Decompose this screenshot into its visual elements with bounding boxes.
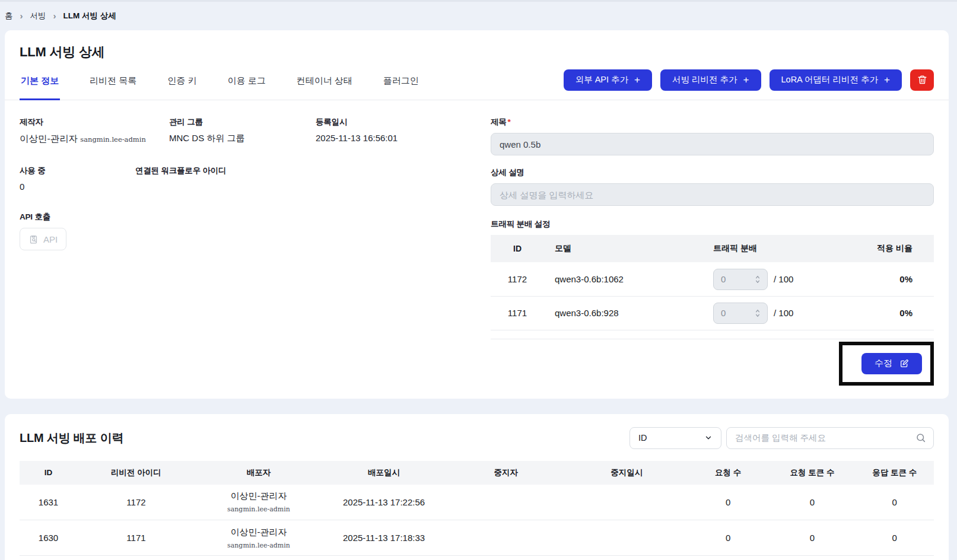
search-field-select[interactable]: ID [629, 427, 721, 449]
chevron-right-icon: › [53, 11, 56, 20]
tab-plugin[interactable]: 플러그인 [382, 65, 420, 100]
edit-button[interactable]: 수정 [861, 353, 922, 374]
deployment-history-title: LLM 서빙 배포 이력 [20, 430, 123, 446]
linked-workflow-label: 연결된 워크플로우 아이디 [135, 166, 226, 176]
traffic-value-field[interactable] [721, 308, 742, 318]
add-lora-adapter-revision-button[interactable]: LoRA 어댑터 리비전 추가 + [770, 69, 902, 91]
history-deployed-at: 2025-11-13 17:18:33 [322, 520, 446, 556]
traffic-row: 1171 qwen3-0.6b:928 / 100 [491, 296, 934, 330]
traffic-row-id: 1172 [491, 262, 544, 296]
tab-basic-info[interactable]: 기본 정보 [20, 65, 60, 100]
history-col-requests: 요청 수 [687, 461, 770, 485]
plus-icon: + [884, 75, 890, 85]
page-title: LLM 서빙 상세 [5, 43, 949, 61]
traffic-col-id: ID [491, 235, 544, 262]
number-stepper-icon[interactable] [751, 272, 764, 287]
traffic-col-ratio: 적용 비율 [857, 235, 934, 262]
tab-bar: 기본 정보 리비전 목록 인증 키 이용 로그 컨테이너 상태 플러그인 외부 … [5, 65, 949, 100]
edit-button-label: 수정 [875, 358, 892, 369]
deployment-history-table: ID 리비전 아이디 배포자 배포일시 중지자 중지일시 요청 수 요청 토큰 … [20, 461, 934, 556]
trash-icon [917, 75, 927, 85]
clipboard-search-icon [28, 234, 39, 244]
search-input[interactable] [735, 433, 915, 443]
traffic-value-field[interactable] [721, 274, 742, 284]
header-actions: 외부 API 추가 + 서빙 리비전 추가 + LoRA 어댑터 리비전 추가 … [564, 69, 934, 96]
add-external-api-label: 외부 API 추가 [576, 74, 628, 85]
history-deployer: 이상민-관리자 sangmin.lee-admin [195, 520, 322, 556]
registered-at-field: 등록일시 2025-11-13 16:56:01 [316, 117, 398, 145]
traffic-distribution-table: ID 모델 트래픽 분배 적용 비율 1172 qwen3-0.6b:1062 [491, 235, 934, 330]
creator-field: 제작자 이상민-관리자sangmin.lee-admin [20, 117, 169, 145]
history-col-deployer: 배포자 [195, 461, 322, 485]
applied-ratio: 0% [899, 274, 913, 284]
traffic-max-label: / 100 [774, 274, 793, 284]
traffic-value-input[interactable] [713, 303, 768, 324]
add-external-api-button[interactable]: 외부 API 추가 + [564, 69, 652, 91]
breadcrumb-serving[interactable]: 서빙 [30, 11, 46, 21]
history-col-response-tokens: 응답 토큰 수 [855, 461, 934, 485]
history-stopper [446, 485, 566, 520]
history-request-tokens: 0 [770, 485, 856, 520]
search-box [726, 427, 934, 449]
traffic-value-input[interactable] [713, 269, 768, 290]
llm-serving-detail-card: LLM 서빙 상세 기본 정보 리비전 목록 인증 키 이용 로그 컨테이너 상… [5, 30, 949, 399]
history-id: 1631 [20, 485, 77, 520]
title-input[interactable] [491, 133, 934, 155]
search-icon[interactable] [915, 432, 926, 443]
traffic-col-model: 모델 [544, 235, 708, 262]
breadcrumb: 홈 › 서빙 › LLM 서빙 상세 [0, 2, 957, 30]
table-row: 1630 1171 이상민-관리자 sangmin.lee-admin 2025… [20, 520, 934, 556]
creator-label: 제작자 [20, 117, 169, 128]
annotation-highlight-box: 수정 [839, 342, 934, 386]
add-serving-revision-label: 서빙 리비전 추가 [672, 74, 737, 85]
history-requests: 0 [687, 520, 770, 556]
detail-right-column: 제목* 상세 설명 트래픽 분배 설정 ID 모델 트래픽 분배 적용 비율 [491, 117, 934, 386]
search-field-selected: ID [638, 433, 647, 443]
description-field: 상세 설명 [491, 167, 934, 206]
description-label: 상세 설명 [491, 167, 934, 178]
history-deployer: 이상민-관리자 sangmin.lee-admin [195, 485, 322, 520]
traffic-row-model: qwen3-0.6b:1062 [544, 262, 708, 296]
tab-usage-log[interactable]: 이용 로그 [227, 65, 267, 100]
traffic-max-label: / 100 [774, 308, 793, 318]
required-asterisk: * [508, 117, 511, 126]
description-input[interactable] [491, 183, 934, 206]
history-col-id: ID [20, 461, 77, 485]
api-call-button-label: API [43, 234, 58, 244]
title-label: 제목 [491, 117, 507, 126]
in-use-field: 사용 중 0 [20, 166, 135, 192]
api-call-button[interactable]: API [20, 228, 66, 250]
history-col-revision-id: 리비전 아이디 [77, 461, 195, 485]
applied-ratio: 0% [899, 308, 913, 318]
history-stopped-at [566, 485, 686, 520]
management-group-value: MNC DS 하위 그룹 [169, 133, 316, 144]
history-response-tokens: 0 [855, 485, 934, 520]
api-call-field: API 호출 API [20, 212, 66, 250]
tab-auth-key[interactable]: 인증 키 [166, 65, 198, 100]
in-use-label: 사용 중 [20, 166, 135, 176]
detail-left-column: 제작자 이상민-관리자sangmin.lee-admin 관리 그룹 MNC D… [20, 117, 476, 386]
title-field: 제목* [491, 117, 934, 155]
history-response-tokens: 0 [855, 520, 934, 556]
management-group-label: 관리 그룹 [169, 117, 316, 128]
management-group-field: 관리 그룹 MNC DS 하위 그룹 [169, 117, 316, 145]
traffic-col-traffic: 트래픽 분배 [708, 235, 857, 262]
history-id: 1630 [20, 520, 77, 556]
table-footer: 전체 2개 중 1 ~ 2 표시 / 페이지 표시 행 수: 10 1 [20, 556, 934, 560]
tab-revision-list[interactable]: 리비전 목록 [88, 65, 138, 100]
number-stepper-icon[interactable] [751, 306, 764, 321]
breadcrumb-current: LLM 서빙 상세 [63, 11, 116, 21]
tab-container-status[interactable]: 컨테이너 상태 [295, 65, 354, 100]
creator-name: 이상민-관리자 [20, 133, 78, 144]
history-col-stopped-at: 중지일시 [566, 461, 686, 485]
edit-pencil-icon [899, 359, 909, 368]
add-serving-revision-button[interactable]: 서빙 리비전 추가 + [660, 69, 761, 91]
traffic-row-id: 1171 [491, 296, 544, 330]
chevron-right-icon: › [20, 11, 23, 20]
plus-icon: + [634, 75, 640, 85]
table-row: 1631 1172 이상민-관리자 sangmin.lee-admin 2025… [20, 485, 934, 520]
breadcrumb-home[interactable]: 홈 [5, 11, 13, 21]
history-col-stopper: 중지자 [446, 461, 566, 485]
delete-button[interactable] [910, 69, 934, 91]
api-call-label: API 호출 [20, 212, 66, 222]
